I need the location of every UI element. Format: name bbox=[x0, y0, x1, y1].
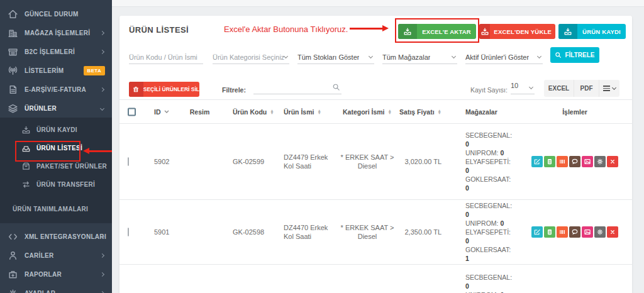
sidebar-item-label: RAPORLAR bbox=[25, 271, 62, 278]
sidebar-item-magaza-islemleri[interactable]: MAĞAZA İŞLEMLERİ bbox=[0, 23, 112, 42]
cell-magazalar: SECBEGENAL: 0 UNIPROM: 0 ELYAFSEPETİ: 0 … bbox=[465, 201, 513, 263]
chevron-right-icon bbox=[100, 253, 104, 257]
export-group: EXCEL PDF bbox=[544, 80, 619, 97]
header-urun-ismi[interactable]: Ürün İsmi ▲▼ bbox=[284, 108, 331, 116]
active-products-select[interactable]: Aktif Ürünler'i Göster bbox=[465, 50, 543, 64]
product-list-card: ÜRÜN LİSTESİ EXCEL'E AKTAR EXCEL'DEN YÜK… bbox=[119, 16, 632, 293]
columns-menu-button[interactable] bbox=[599, 80, 619, 97]
table-filter-label: Filtrele: bbox=[222, 86, 246, 94]
annotation-box-excel-aktar bbox=[395, 18, 479, 43]
header-id[interactable]: ID bbox=[154, 108, 180, 116]
annotation-arrow-right-icon bbox=[382, 25, 389, 31]
submenu-item-urun-transferi[interactable]: ÜRÜN TRANSFERİ bbox=[0, 175, 112, 194]
settings-button[interactable] bbox=[594, 226, 606, 238]
cell-kategori: * ERKEK SAAT > Diesel bbox=[338, 153, 396, 170]
home-icon bbox=[8, 9, 18, 19]
stock-select[interactable]: Tüm Stokları Göster bbox=[297, 50, 374, 64]
export-excel-table-button[interactable]: EXCEL bbox=[544, 80, 574, 97]
record-count-select[interactable]: 10 bbox=[511, 82, 535, 94]
barcode-button[interactable] bbox=[557, 226, 568, 238]
comments-button[interactable] bbox=[569, 226, 580, 238]
chat-icon bbox=[571, 228, 579, 236]
hamburger-icon bbox=[603, 84, 610, 92]
chevron-right-icon bbox=[100, 87, 104, 91]
sidebar-item-listelerim[interactable]: LİSTELERİM BETA bbox=[0, 61, 112, 80]
header-urun-kodu[interactable]: Ürün Kodu ▲▼ bbox=[233, 108, 280, 116]
import-excel-icon bbox=[479, 24, 490, 39]
annotation-box-urun-listesi bbox=[15, 141, 80, 162]
select-all-checkbox[interactable] bbox=[128, 108, 136, 116]
cell-magazalar: SECBEGENAL: 0 UNIPROM: 0 ELYAFSEPETİ: 0 … bbox=[465, 131, 513, 192]
sort-icon: ▲▼ bbox=[317, 109, 321, 114]
chevron-down-icon bbox=[100, 106, 104, 110]
cell-urun-ismi: DZ4479 Erkek Kol Saati bbox=[284, 153, 331, 170]
comments-button[interactable] bbox=[569, 156, 580, 167]
cell-id: 5901 bbox=[154, 228, 180, 236]
images-button[interactable] bbox=[582, 156, 593, 167]
header-resim: Resim bbox=[179, 108, 220, 116]
button-label: SEÇİLİ ÜRÜNLERİ SİL bbox=[143, 82, 199, 97]
stock-button[interactable] bbox=[544, 156, 555, 167]
images-button[interactable] bbox=[582, 226, 593, 238]
delete-row-button[interactable] bbox=[607, 156, 618, 167]
sidebar-item-label: E-ARŞİV/E-FATURA bbox=[25, 86, 86, 93]
sidebar-item-ayarlar[interactable]: AYARLAR bbox=[0, 284, 112, 293]
submenu-item-label: ÜRÜN TRANSFERİ bbox=[36, 181, 95, 188]
row-checkbox[interactable] bbox=[128, 157, 129, 166]
button-label: ÜRÜN KAYDI bbox=[577, 24, 626, 39]
submenu-item-urun-kaydi[interactable]: ÜRÜN KAYDI bbox=[0, 121, 112, 139]
row-checkbox[interactable] bbox=[128, 228, 129, 236]
product-search-field[interactable] bbox=[129, 50, 203, 64]
import-excel-button[interactable]: EXCEL'DEN YÜKLE bbox=[479, 24, 555, 39]
sidebar-item-raporlar[interactable]: RAPORLAR bbox=[0, 265, 112, 284]
sidebar-item-earsiv-efatura[interactable]: E-ARŞİV/E-FATURA bbox=[0, 80, 112, 99]
barcode-button[interactable] bbox=[557, 156, 568, 167]
sidebar-item-b2c-islemleri[interactable]: B2C İŞLEMLERİ bbox=[0, 42, 112, 61]
table-row: 5901 GK-02598 DZ4470 Erkek Kol Saati * E… bbox=[119, 200, 632, 265]
submenu-item-urun-tanimlamalari[interactable]: ÜRÜN TANIMLAMALARI bbox=[0, 199, 112, 218]
sidebar-item-label: CARİLER bbox=[25, 252, 54, 259]
code-icon bbox=[8, 231, 18, 242]
product-search-input[interactable] bbox=[129, 53, 203, 61]
delete-row-button[interactable] bbox=[607, 226, 618, 238]
settings-button[interactable] bbox=[594, 156, 606, 167]
submenu-item-label: ÜRÜN TANIMLAMALARI bbox=[13, 206, 88, 213]
export-pdf-button[interactable]: PDF bbox=[574, 80, 599, 97]
select-value: 10 bbox=[511, 82, 518, 89]
cell-satis-fiyati: 3,020.00 TL bbox=[399, 157, 441, 166]
header-satis-fiyati[interactable]: Satış Fiyatı ▲▼ bbox=[399, 108, 441, 116]
sidebar-item-cariler[interactable]: CARİLER bbox=[0, 246, 112, 265]
chevron-down-icon bbox=[537, 54, 541, 58]
cell-urun-ismi: DZ4470 Erkek Kol Saati bbox=[284, 223, 331, 241]
sidebar-item-urunler[interactable]: ÜRÜNLER bbox=[0, 99, 112, 118]
edit-button[interactable] bbox=[531, 156, 543, 167]
table-header-row: ID Resim Ürün Kodu ▲▼ Ürün İsmi ▲▼ Kateg… bbox=[119, 99, 632, 124]
edit-button[interactable] bbox=[531, 226, 543, 238]
urunler-submenu: ÜRÜN KAYDI ÜRÜN LİSTESİ PAKET/SET ÜRÜNLE… bbox=[0, 118, 112, 223]
category-select[interactable]: Ürün Kategorisi Seçiniz bbox=[213, 50, 289, 64]
sidebar-item-xml-entegrasyonlari[interactable]: XML ENTEGRASYONLARI bbox=[0, 227, 112, 246]
table-row: SECBEGENAL: 0 UNIPROM: 0 bbox=[119, 265, 632, 293]
delete-selected-button[interactable]: SEÇİLİ ÜRÜNLERİ SİL bbox=[129, 82, 199, 97]
header-kategori-ismi[interactable]: Kategori İsmi ▲▼ bbox=[338, 108, 396, 116]
image-icon bbox=[584, 158, 591, 165]
layers-icon bbox=[8, 103, 18, 114]
table-filter-field[interactable] bbox=[253, 82, 341, 94]
sort-icon: ▲▼ bbox=[388, 109, 392, 114]
stock-button[interactable] bbox=[544, 226, 555, 238]
chevron-right-icon bbox=[100, 49, 104, 53]
transfer-icon bbox=[21, 180, 31, 189]
gear-icon bbox=[8, 288, 18, 293]
annotation-arrow-right-line bbox=[350, 28, 382, 30]
chevron-down-icon bbox=[612, 86, 616, 90]
image-icon bbox=[584, 228, 591, 236]
cell-kategori: * ERKEK SAAT > Diesel bbox=[338, 223, 396, 241]
table-filter-input[interactable] bbox=[253, 84, 341, 92]
stores-select[interactable]: Tüm Mağazalar bbox=[382, 50, 457, 64]
trash-icon bbox=[129, 82, 143, 97]
sidebar-item-guncel-durum[interactable]: GÜNCEL DURUM bbox=[0, 4, 112, 23]
add-product-button[interactable]: ÜRÜN KAYDI bbox=[558, 24, 626, 39]
cell-urun-kodu: GK-02598 bbox=[233, 228, 280, 236]
sidebar-item-label: AYARLAR bbox=[25, 290, 55, 293]
filter-button[interactable]: FİLTRELE bbox=[550, 47, 599, 63]
